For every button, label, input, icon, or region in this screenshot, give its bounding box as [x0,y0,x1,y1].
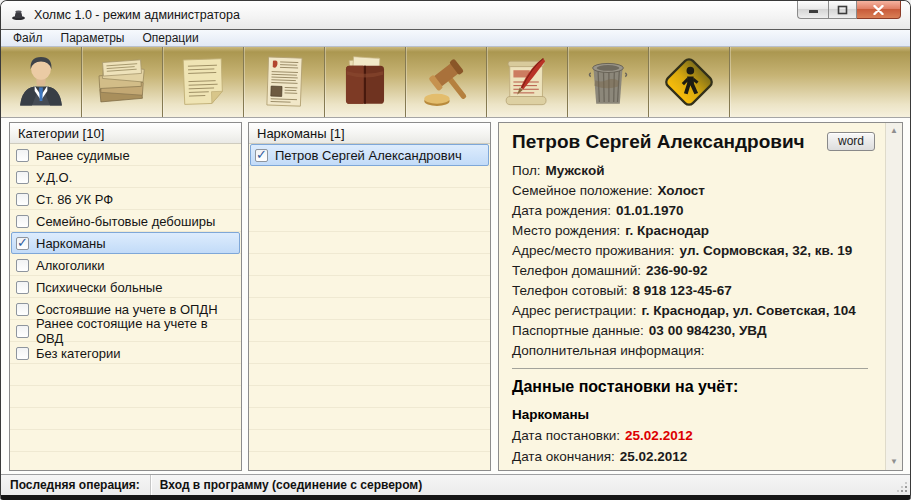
case-folder-icon [336,53,394,111]
category-checkbox[interactable] [16,347,29,360]
detail-field: Телефон домашний:236-90-92 [512,261,868,281]
detail-field-value: ул. Сормовская, 32, кв. 19 [680,243,853,258]
detail-field: Адрес регистрации:г. Краснодар, ул. Сове… [512,301,868,321]
person-list-item[interactable]: Петров Сергей Александрович [250,144,489,166]
registration-category: Наркоманы [512,405,868,425]
detail-field-label: Семейное положение: [512,183,653,198]
trash-tool-button[interactable] [568,47,649,117]
app-window: Холмс 1.0 - режим администратора Файл Па… [0,0,911,500]
detail-field: Адрес/место проживания:ул. Сормовская, 3… [512,241,868,261]
menu-bar: Файл Параметры Операции [1,30,910,47]
categories-header: Категории [10] [10,123,241,144]
detail-field: Паспортные данные:03 00 984230, УВД [512,321,868,341]
category-list-item[interactable]: У.Д.О. [11,166,240,188]
category-checkbox[interactable] [16,325,29,338]
window-title: Холмс 1.0 - режим администратора [34,8,240,23]
detail-field-value: Холост [658,183,705,198]
category-list-item[interactable]: Алкоголики [11,254,240,276]
registration-heading: Данные постановки на учёт: [512,376,868,398]
detail-field-label: Адрес/место проживания: [512,243,675,258]
detail-field: Телефон сотовый:8 918 123-45-67 [512,281,868,301]
detail-field-label: Дата рождения: [512,203,611,218]
letter-tool-button[interactable] [244,47,325,117]
detail-field-value: Мужской [546,163,605,178]
category-list-item[interactable]: Психически больные [11,276,240,298]
category-label: Психически больные [36,280,162,295]
scroll-up-icon[interactable]: ▲ [890,126,898,136]
category-label: Ранее состоящие на учете в ОВД [36,316,237,346]
category-checkbox[interactable] [16,215,29,228]
details-content: Петров Сергей Александрович word Пол:Муж… [499,123,902,470]
details-scrollbar[interactable]: ▲ ▼ [885,123,902,470]
detail-field: Семейное положение:Холост [512,181,868,201]
person-icon [12,53,70,111]
category-checkbox[interactable] [16,171,29,184]
detail-field-value: г. Краснодар, ул. Советская, 104 [641,303,855,318]
window-controls [797,0,901,19]
word-export-button[interactable]: word [827,132,875,151]
toolbar-spacer [730,47,910,117]
registration-field-value: 25.02.2012 [625,428,693,443]
category-checkbox[interactable] [16,281,29,294]
detail-field-value: 8 918 123-45-67 [633,283,732,298]
status-bar: Последняя операция: Вход в программу (со… [1,474,910,495]
gavel-tool-button[interactable] [406,47,487,117]
detail-field-value: 236-90-92 [646,263,708,278]
gavel-icon [417,53,475,111]
registration-field-label: Дата постановки: [512,428,620,443]
menu-operations[interactable]: Операции [133,30,207,46]
app-icon [10,7,27,23]
detail-field-label: Телефон сотовый: [512,283,628,298]
category-label: Без категории [36,346,120,361]
pedestrian-sign-icon [660,53,718,111]
note-icon [174,53,232,111]
category-label: Ранее судимые [36,148,130,163]
person-tool-button[interactable] [1,47,82,117]
case-folder-tool-button[interactable] [325,47,406,117]
minimize-button[interactable] [797,0,828,19]
registration-field: Дата окончания:25.02.2012 [512,446,868,467]
note-tool-button[interactable] [163,47,244,117]
person-name-title: Петров Сергей Александрович [512,130,868,154]
category-checkbox[interactable] [16,193,29,206]
title-bar[interactable]: Холмс 1.0 - режим администратора [1,1,910,30]
person-fields: Пол:Мужской Семейное положение:Холост Да… [512,161,868,361]
category-checkbox[interactable] [16,303,29,316]
detail-field-label: Дополнительная информация: [512,343,704,358]
category-list-item[interactable]: Семейно-бытовые дебоширы [11,210,240,232]
detail-field-label: Адрес регистрации: [512,303,636,318]
detail-field-label: Телефон домашний: [512,263,641,278]
scroll-quill-tool-button[interactable] [487,47,568,117]
details-divider [512,368,868,369]
category-checkbox[interactable] [16,149,29,162]
category-list-item[interactable]: Ст. 86 УК РФ [11,188,240,210]
categories-list: Ранее судимые У.Д.О. Ст. 86 УК РФ Семейн… [10,144,241,470]
close-button[interactable] [857,0,901,19]
detail-field-value: 01.01.1970 [616,203,684,218]
registration-fields: Дата постановки:25.02.2012 Дата окончани… [512,425,868,467]
category-list-item[interactable]: Ранее состоящие на учете в ОВД [11,320,240,342]
menu-parameters[interactable]: Параметры [52,30,134,46]
persons-panel: Наркоманы [1] Петров Сергей Александрови… [248,122,491,471]
maximize-button[interactable] [828,0,857,19]
category-label: Алкоголики [36,258,105,273]
detail-field-value: г. Краснодар [625,223,709,238]
category-checkbox[interactable] [16,237,29,250]
documents-stack-icon [93,53,151,111]
persons-list: Петров Сергей Александрович [249,144,490,470]
person-label: Петров Сергей Александрович [275,148,462,163]
category-list-item[interactable]: Наркоманы [11,232,240,254]
categories-panel: Категории [10] Ранее судимые У.Д.О. Ст. … [9,122,242,471]
toolbar [1,47,910,118]
letter-icon [255,53,313,111]
category-checkbox[interactable] [16,259,29,272]
person-checkbox[interactable] [255,149,268,162]
documents-stack-tool-button[interactable] [82,47,163,117]
pedestrian-sign-tool-button[interactable] [649,47,730,117]
resize-grip[interactable] [896,481,908,493]
menu-file[interactable]: Файл [4,30,52,46]
scroll-down-icon[interactable]: ▼ [890,457,898,467]
category-list-item[interactable]: Ранее судимые [11,144,240,166]
detail-field-label: Место рождения: [512,223,620,238]
scroll-quill-icon [498,53,556,111]
